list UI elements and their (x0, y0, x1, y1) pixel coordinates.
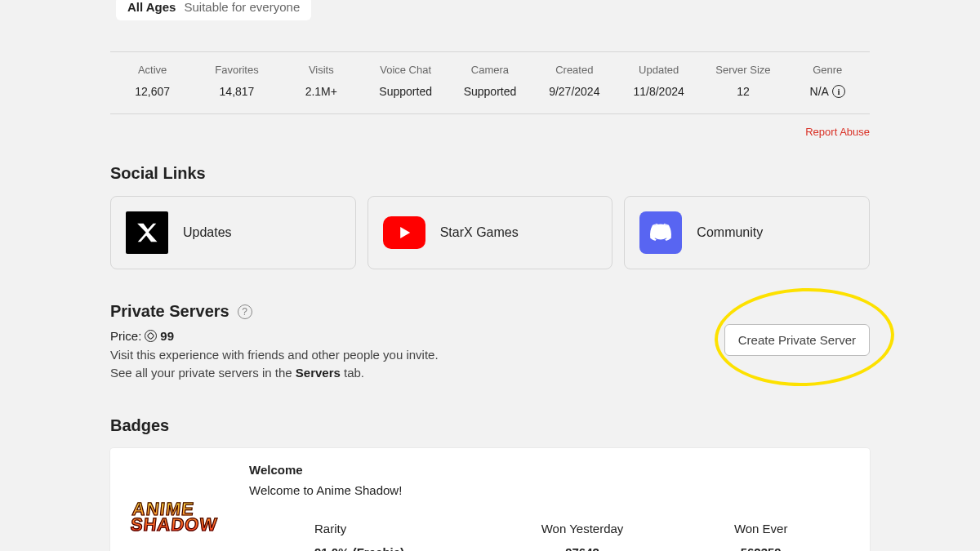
price-value: 99 (160, 329, 174, 343)
x-icon (126, 211, 168, 254)
badge-stat-label: Rarity (314, 522, 493, 535)
age-rating-suitability: Suitable for everyone (184, 0, 300, 14)
price-label: Price: (110, 329, 141, 343)
badge-stat-label: Won Yesterday (493, 522, 672, 535)
help-icon[interactable]: ? (238, 304, 252, 319)
stat-label: Genre (786, 64, 870, 76)
stat-label: Server Size (701, 64, 785, 76)
stat-value: Supported (464, 85, 517, 98)
social-link-youtube[interactable]: StarX Games (368, 196, 613, 269)
stat-value: N/A (810, 85, 829, 98)
social-link-label: Community (697, 225, 763, 240)
discord-icon (639, 211, 682, 254)
stat-label: Favorites (194, 64, 278, 76)
robux-icon (145, 330, 157, 342)
stat-label: Voice Chat (363, 64, 448, 76)
badge-card[interactable]: ANIMESHADOW Welcome Welcome to Anime Sha… (110, 448, 870, 552)
stat-label: Updated (617, 64, 701, 76)
age-rating-label: All Ages (127, 0, 176, 14)
private-servers-desc-line2c: tab. (341, 366, 364, 380)
social-link-label: StarX Games (440, 225, 519, 240)
stat-label: Active (110, 64, 194, 76)
badge-title: Welcome (249, 463, 850, 477)
stat-value: 12 (737, 85, 750, 98)
private-servers-heading: Private Servers (110, 302, 229, 321)
social-link-discord[interactable]: Community (624, 196, 870, 269)
badge-logo: ANIMESHADOW (130, 481, 220, 552)
youtube-icon (383, 211, 425, 254)
stat-label: Camera (448, 64, 532, 76)
badge-stat-value: 91.0% (Freebie) (314, 545, 493, 552)
stat-value: 14,817 (220, 85, 255, 98)
badge-description: Welcome to Anime Shadow! (249, 483, 850, 497)
private-servers-desc-line2a: See all your private servers in the (110, 366, 296, 380)
badge-stat-value: 562359 (671, 545, 850, 552)
servers-tab-link[interactable]: Servers (296, 366, 341, 380)
social-link-updates[interactable]: Updates (110, 196, 356, 269)
badge-stat-value: 97642 (493, 545, 672, 552)
stat-value: 9/27/2024 (549, 85, 599, 98)
stat-value: Supported (379, 85, 432, 98)
stat-value: 2.1M+ (305, 85, 337, 98)
create-private-server-button[interactable]: Create Private Server (724, 324, 870, 356)
stat-label: Visits (279, 64, 363, 76)
info-icon[interactable]: i (832, 85, 845, 98)
badges-heading: Badges (110, 416, 870, 435)
social-link-label: Updates (183, 225, 232, 240)
badge-stat-label: Won Ever (671, 522, 850, 535)
stat-value: 11/8/2024 (633, 85, 684, 98)
age-rating-chip[interactable]: All Ages Suitable for everyone (116, 0, 311, 20)
social-links-heading: Social Links (110, 164, 870, 183)
stat-value: 12,607 (135, 85, 170, 98)
report-abuse-link[interactable]: Report Abuse (110, 126, 870, 138)
stat-label: Created (532, 64, 617, 76)
stats-row: Active12,607 Favorites14,817 Visits2.1M+… (110, 51, 870, 114)
